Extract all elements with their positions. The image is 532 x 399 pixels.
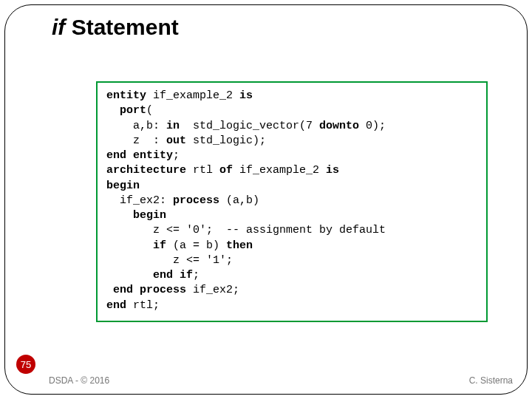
kw-begin: begin bbox=[106, 180, 140, 192]
kw-endif: end if bbox=[153, 269, 193, 282]
code-t bbox=[106, 284, 113, 296]
kw-if: if bbox=[153, 239, 166, 252]
code-t: (a,b) bbox=[219, 194, 259, 207]
code-t: 0); bbox=[359, 120, 386, 132]
kw-entity: entity bbox=[106, 89, 146, 102]
code-t bbox=[106, 269, 153, 282]
code-t: ; bbox=[173, 149, 180, 162]
code-t bbox=[106, 209, 133, 222]
code-t: if_example_2 bbox=[233, 164, 326, 177]
title-rest: Statement bbox=[65, 15, 178, 39]
kw-port: port bbox=[106, 104, 146, 117]
code-t: std_logic_vector(7 bbox=[180, 120, 319, 132]
code-t: if_ex2: bbox=[106, 194, 173, 207]
footer-right: C. Sisterna bbox=[469, 375, 513, 386]
kw-of: of bbox=[219, 164, 233, 177]
code-box: entity if_example_2 is port( a,b: in std… bbox=[96, 81, 488, 322]
code-t: if_ex2; bbox=[186, 284, 239, 296]
kw-is: is bbox=[239, 89, 253, 102]
kw-is2: is bbox=[326, 164, 339, 177]
kw-then: then bbox=[226, 239, 253, 252]
slide-number-badge: 75 bbox=[16, 355, 35, 374]
code-t: z <= '1'; bbox=[106, 254, 233, 267]
kw-endprocess: end process bbox=[113, 284, 186, 296]
kw-in: in bbox=[166, 120, 180, 132]
code-t: z : bbox=[106, 134, 166, 147]
kw-end-entity: end entity bbox=[106, 149, 173, 162]
title-italic: if bbox=[52, 15, 65, 39]
page-title: if Statement bbox=[52, 15, 179, 40]
code-t: a,b: bbox=[106, 120, 166, 132]
code-t: ( bbox=[146, 104, 153, 117]
code-t: (a = b) bbox=[166, 239, 226, 252]
kw-end: end bbox=[106, 299, 126, 312]
code-t: ; bbox=[193, 269, 200, 282]
kw-downto: downto bbox=[319, 120, 359, 132]
code-t bbox=[106, 239, 153, 252]
kw-begin2: begin bbox=[133, 209, 166, 222]
code-t: rtl bbox=[186, 164, 219, 177]
kw-architecture: architecture bbox=[106, 164, 186, 177]
footer-left: DSDA - © 2016 bbox=[49, 375, 109, 386]
kw-process: process bbox=[173, 194, 219, 207]
code-t: z <= '0'; -- assignment by default bbox=[106, 224, 386, 236]
code-t: std_logic); bbox=[186, 134, 266, 147]
code-t: rtl; bbox=[126, 299, 160, 312]
kw-out: out bbox=[166, 134, 186, 147]
code-t: if_example_2 bbox=[146, 89, 239, 102]
